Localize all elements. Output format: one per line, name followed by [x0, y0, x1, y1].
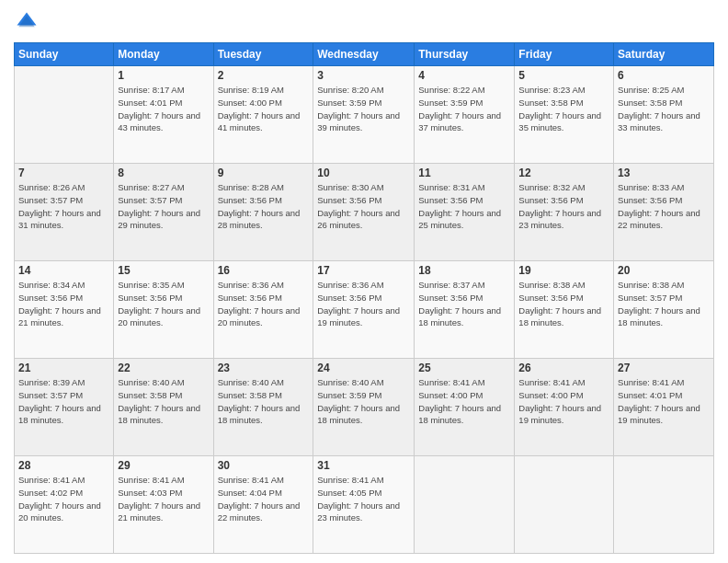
day-number: 2 [218, 69, 310, 82]
calendar-week-row: 28Sunrise: 8:41 AMSunset: 4:02 PMDayligh… [15, 456, 714, 554]
calendar-cell: 29Sunrise: 8:41 AMSunset: 4:03 PMDayligh… [114, 456, 213, 554]
day-info: Sunrise: 8:41 AMSunset: 4:00 PMDaylight:… [518, 376, 609, 427]
day-number: 13 [618, 167, 710, 179]
calendar-cell: 28Sunrise: 8:41 AMSunset: 4:02 PMDayligh… [15, 456, 114, 554]
calendar-cell: 21Sunrise: 8:39 AMSunset: 3:57 PMDayligh… [15, 359, 114, 456]
day-info: Sunrise: 8:30 AMSunset: 3:56 PMDaylight:… [317, 181, 410, 232]
calendar-header-row: SundayMondayTuesdayWednesdayThursdayFrid… [15, 43, 714, 66]
day-number: 1 [118, 69, 209, 82]
day-info: Sunrise: 8:36 AMSunset: 3:56 PMDaylight:… [317, 279, 410, 329]
day-info: Sunrise: 8:37 AMSunset: 3:56 PMDaylight:… [418, 279, 510, 329]
day-info: Sunrise: 8:35 AMSunset: 3:56 PMDaylight:… [118, 279, 209, 329]
day-info: Sunrise: 8:41 AMSunset: 4:03 PMDaylight:… [118, 474, 209, 524]
calendar-cell: 17Sunrise: 8:36 AMSunset: 3:56 PMDayligh… [313, 261, 415, 359]
day-number: 12 [518, 167, 609, 179]
calendar-cell: 25Sunrise: 8:41 AMSunset: 4:00 PMDayligh… [415, 359, 515, 456]
calendar-cell: 14Sunrise: 8:34 AMSunset: 3:56 PMDayligh… [15, 261, 114, 359]
day-number: 26 [518, 362, 609, 374]
day-info: Sunrise: 8:41 AMSunset: 4:02 PMDaylight:… [18, 474, 109, 524]
day-info: Sunrise: 8:27 AMSunset: 3:57 PMDaylight:… [118, 181, 209, 232]
calendar-cell: 19Sunrise: 8:38 AMSunset: 3:56 PMDayligh… [515, 261, 614, 359]
calendar-cell: 26Sunrise: 8:41 AMSunset: 4:00 PMDayligh… [515, 359, 614, 456]
calendar-header-sunday: Sunday [15, 43, 114, 66]
day-number: 30 [218, 459, 310, 472]
day-number: 23 [218, 362, 310, 374]
header [14, 9, 714, 35]
logo [14, 9, 43, 35]
calendar-header-friday: Friday [515, 43, 614, 66]
day-number: 21 [18, 362, 109, 374]
day-number: 9 [218, 167, 310, 179]
calendar-cell: 30Sunrise: 8:41 AMSunset: 4:04 PMDayligh… [213, 456, 313, 554]
calendar-header-tuesday: Tuesday [213, 43, 313, 66]
day-info: Sunrise: 8:31 AMSunset: 3:56 PMDaylight:… [418, 181, 510, 232]
calendar-cell: 3Sunrise: 8:20 AMSunset: 3:59 PMDaylight… [313, 66, 415, 164]
day-number: 31 [317, 459, 410, 472]
calendar-week-row: 21Sunrise: 8:39 AMSunset: 3:57 PMDayligh… [15, 359, 714, 456]
day-info: Sunrise: 8:38 AMSunset: 3:57 PMDaylight:… [618, 279, 710, 329]
day-info: Sunrise: 8:22 AMSunset: 3:59 PMDaylight:… [418, 84, 510, 134]
calendar-cell [515, 456, 614, 554]
day-number: 24 [317, 362, 410, 374]
calendar-cell [15, 66, 114, 164]
calendar-week-row: 7Sunrise: 8:26 AMSunset: 3:57 PMDaylight… [15, 164, 714, 261]
day-info: Sunrise: 8:26 AMSunset: 3:57 PMDaylight:… [18, 181, 109, 232]
day-number: 15 [118, 264, 209, 277]
calendar-cell: 27Sunrise: 8:41 AMSunset: 4:01 PMDayligh… [614, 359, 714, 456]
calendar-cell: 15Sunrise: 8:35 AMSunset: 3:56 PMDayligh… [114, 261, 213, 359]
day-number: 16 [218, 264, 310, 277]
day-number: 14 [18, 264, 109, 277]
calendar-cell: 6Sunrise: 8:25 AMSunset: 3:58 PMDaylight… [614, 66, 714, 164]
calendar-cell: 7Sunrise: 8:26 AMSunset: 3:57 PMDaylight… [15, 164, 114, 261]
day-number: 11 [418, 167, 510, 179]
calendar-cell: 5Sunrise: 8:23 AMSunset: 3:58 PMDaylight… [515, 66, 614, 164]
day-number: 5 [518, 69, 609, 82]
day-info: Sunrise: 8:41 AMSunset: 4:01 PMDaylight:… [618, 376, 710, 427]
calendar-cell: 24Sunrise: 8:40 AMSunset: 3:59 PMDayligh… [313, 359, 415, 456]
day-info: Sunrise: 8:28 AMSunset: 3:56 PMDaylight:… [218, 181, 310, 232]
day-info: Sunrise: 8:34 AMSunset: 3:56 PMDaylight:… [18, 279, 109, 329]
day-info: Sunrise: 8:40 AMSunset: 3:59 PMDaylight:… [317, 376, 410, 427]
day-number: 25 [418, 362, 510, 374]
calendar-cell: 23Sunrise: 8:40 AMSunset: 3:58 PMDayligh… [213, 359, 313, 456]
day-info: Sunrise: 8:19 AMSunset: 4:00 PMDaylight:… [218, 84, 310, 134]
day-info: Sunrise: 8:33 AMSunset: 3:56 PMDaylight:… [618, 181, 710, 232]
calendar-header-thursday: Thursday [415, 43, 515, 66]
calendar-week-row: 14Sunrise: 8:34 AMSunset: 3:56 PMDayligh… [15, 261, 714, 359]
day-number: 10 [317, 167, 410, 179]
day-number: 27 [618, 362, 710, 374]
calendar-cell: 20Sunrise: 8:38 AMSunset: 3:57 PMDayligh… [614, 261, 714, 359]
day-info: Sunrise: 8:36 AMSunset: 3:56 PMDaylight:… [218, 279, 310, 329]
day-info: Sunrise: 8:39 AMSunset: 3:57 PMDaylight:… [18, 376, 109, 427]
calendar-cell: 4Sunrise: 8:22 AMSunset: 3:59 PMDaylight… [415, 66, 515, 164]
calendar-cell: 12Sunrise: 8:32 AMSunset: 3:56 PMDayligh… [515, 164, 614, 261]
calendar-week-row: 1Sunrise: 8:17 AMSunset: 4:01 PMDaylight… [15, 66, 714, 164]
calendar-cell: 11Sunrise: 8:31 AMSunset: 3:56 PMDayligh… [415, 164, 515, 261]
day-info: Sunrise: 8:20 AMSunset: 3:59 PMDaylight:… [317, 84, 410, 134]
day-info: Sunrise: 8:23 AMSunset: 3:58 PMDaylight:… [518, 84, 609, 134]
day-number: 17 [317, 264, 410, 277]
day-number: 20 [618, 264, 710, 277]
calendar-cell: 9Sunrise: 8:28 AMSunset: 3:56 PMDaylight… [213, 164, 313, 261]
day-info: Sunrise: 8:38 AMSunset: 3:56 PMDaylight:… [518, 279, 609, 329]
day-info: Sunrise: 8:17 AMSunset: 4:01 PMDaylight:… [118, 84, 209, 134]
day-number: 29 [118, 459, 209, 472]
calendar-cell: 18Sunrise: 8:37 AMSunset: 3:56 PMDayligh… [415, 261, 515, 359]
day-info: Sunrise: 8:41 AMSunset: 4:05 PMDaylight:… [317, 474, 410, 524]
day-number: 8 [118, 167, 209, 179]
calendar-header-saturday: Saturday [614, 43, 714, 66]
day-info: Sunrise: 8:41 AMSunset: 4:04 PMDaylight:… [218, 474, 310, 524]
day-info: Sunrise: 8:25 AMSunset: 3:58 PMDaylight:… [618, 84, 710, 134]
calendar-cell: 1Sunrise: 8:17 AMSunset: 4:01 PMDaylight… [114, 66, 213, 164]
calendar-cell: 16Sunrise: 8:36 AMSunset: 3:56 PMDayligh… [213, 261, 313, 359]
calendar-cell: 22Sunrise: 8:40 AMSunset: 3:58 PMDayligh… [114, 359, 213, 456]
day-info: Sunrise: 8:40 AMSunset: 3:58 PMDaylight:… [218, 376, 310, 427]
day-number: 7 [18, 167, 109, 179]
calendar-cell: 13Sunrise: 8:33 AMSunset: 3:56 PMDayligh… [614, 164, 714, 261]
day-info: Sunrise: 8:32 AMSunset: 3:56 PMDaylight:… [518, 181, 609, 232]
calendar-cell [614, 456, 714, 554]
day-number: 19 [518, 264, 609, 277]
calendar-cell: 8Sunrise: 8:27 AMSunset: 3:57 PMDaylight… [114, 164, 213, 261]
calendar-cell: 10Sunrise: 8:30 AMSunset: 3:56 PMDayligh… [313, 164, 415, 261]
day-number: 18 [418, 264, 510, 277]
